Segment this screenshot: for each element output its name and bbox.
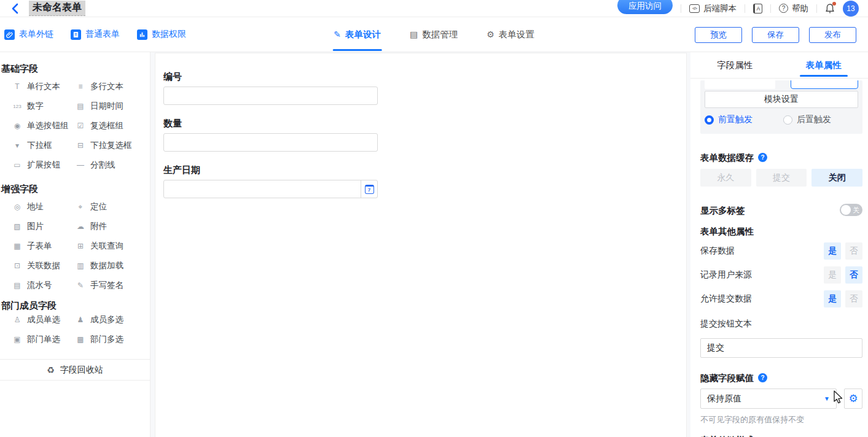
field-item-serial-number[interactable]: ▤流水号 bbox=[0, 276, 63, 295]
data-permission-button[interactable]: 数据权限 bbox=[137, 29, 186, 40]
cache-option-permanent[interactable]: 永久 bbox=[700, 169, 751, 187]
field-item-linked-data[interactable]: ⊡关联数据 bbox=[0, 256, 63, 276]
date-input-group[interactable]: 7 bbox=[163, 180, 378, 198]
contacts-button[interactable]: A bbox=[753, 4, 762, 14]
field-item-extend-button[interactable]: ▭扩展按钮 bbox=[0, 155, 63, 175]
module-settings-block: 模块设置 前置触发 后置触发 bbox=[700, 80, 862, 134]
clipped-input[interactable] bbox=[705, 80, 775, 89]
trigger-radio-group: 前置触发 后置触发 bbox=[705, 114, 858, 125]
help-circle-icon[interactable]: ? bbox=[758, 153, 767, 162]
center-tabs: ✎ 表单设计 ▤ 数据管理 ⚙ 表单设置 bbox=[334, 17, 534, 52]
radio-post-trigger[interactable] bbox=[783, 115, 792, 125]
canvas-field-production-date[interactable]: 生产日期 7 bbox=[163, 164, 686, 198]
number-field-input[interactable] bbox=[163, 87, 378, 105]
field-item-data-load[interactable]: ▥数据加载 bbox=[63, 256, 150, 276]
post-trigger-label[interactable]: 后置触发 bbox=[797, 114, 831, 125]
other-props-header: 表单其他属性 bbox=[700, 226, 862, 236]
field-item-member-multi[interactable]: ♟成员多选 bbox=[63, 310, 150, 330]
field-item-divider[interactable]: —分割线 bbox=[63, 155, 150, 175]
backend-script-button[interactable]: </> 后端脚本 bbox=[689, 3, 737, 14]
tab-form-design[interactable]: ✎ 表单设计 bbox=[334, 17, 381, 52]
allow-submit-yes-button[interactable]: 是 bbox=[824, 290, 841, 307]
back-button[interactable] bbox=[9, 2, 21, 15]
tab-form-settings[interactable]: ⚙ 表单设置 bbox=[487, 17, 534, 52]
field-item-department-multi[interactable]: ▩部门多选 bbox=[63, 330, 150, 349]
calendar-icon: 7 bbox=[365, 185, 374, 194]
form-title[interactable]: 未命名表单 bbox=[29, 1, 85, 16]
field-item-label: 定位 bbox=[90, 201, 107, 212]
save-data-yes-button[interactable]: 是 bbox=[824, 242, 841, 260]
field-item-signature[interactable]: ✎手写签名 bbox=[63, 276, 150, 295]
form-canvas[interactable]: 编号 数量 生产日期 7 bbox=[155, 53, 687, 437]
help-circle-icon[interactable]: ? bbox=[758, 373, 767, 382]
tab-data-management-label: 数据管理 bbox=[422, 29, 458, 41]
tab-data-management[interactable]: ▤ 数据管理 bbox=[410, 17, 458, 52]
field-item-linked-query[interactable]: ⊞关联查询 bbox=[63, 236, 150, 256]
field-item-datetime[interactable]: ▤日期时间 bbox=[63, 96, 150, 116]
field-item-attachment[interactable]: ☁附件 bbox=[63, 217, 150, 236]
field-item-subform[interactable]: ▦子表单 bbox=[0, 236, 63, 256]
toggle-knob bbox=[841, 205, 851, 215]
panel-body: 模块设置 前置触发 后置触发 表单数据缓存 ? 永久 提交 关闭 显示多标 bbox=[690, 80, 868, 437]
checkbox-icon: ☑ bbox=[76, 122, 85, 130]
publish-button[interactable]: 发布 bbox=[809, 27, 856, 43]
field-item-number[interactable]: 123数字 bbox=[0, 96, 63, 116]
field-item-multi-line-text[interactable]: ≡多行文本 bbox=[63, 77, 150, 96]
field-item-single-line-text[interactable]: T单行文本 bbox=[0, 77, 63, 96]
active-panel-tab-underline bbox=[800, 75, 848, 77]
canvas-field-quantity[interactable]: 数量 bbox=[163, 118, 686, 152]
save-data-row: 保存数据 是 否 bbox=[700, 242, 862, 260]
hidden-assign-select[interactable]: 保持原值 ▼ bbox=[700, 389, 837, 409]
record-user-source-no-button[interactable]: 否 bbox=[845, 266, 862, 284]
location-pin-icon: ◎ bbox=[12, 203, 22, 211]
field-recycle-bin-button[interactable]: ♻ 字段回收站 bbox=[0, 359, 150, 381]
module-settings-button[interactable]: 模块设置 bbox=[705, 91, 858, 108]
active-tab-underline bbox=[332, 49, 382, 51]
preview-button[interactable]: 预览 bbox=[695, 27, 742, 43]
save-button[interactable]: 保存 bbox=[752, 27, 799, 43]
cache-option-close[interactable]: 关闭 bbox=[811, 169, 862, 187]
tab-form-properties[interactable]: 表单属性 bbox=[780, 52, 868, 78]
clipped-button[interactable] bbox=[791, 80, 858, 89]
allow-submit-no-button[interactable]: 否 bbox=[845, 290, 862, 307]
multitab-toggle[interactable]: 关 bbox=[840, 204, 862, 216]
app-access-button[interactable]: 应用访问 bbox=[617, 0, 673, 14]
hidden-assign-settings-button[interactable]: ⚙ bbox=[844, 389, 862, 409]
field-item-geolocation[interactable]: ⌖定位 bbox=[63, 197, 150, 217]
save-data-no-button[interactable]: 否 bbox=[845, 242, 862, 260]
radio-pre-trigger[interactable] bbox=[705, 115, 714, 125]
field-item-department-single[interactable]: ▣部门单选 bbox=[0, 330, 63, 349]
submit-text-input[interactable] bbox=[700, 338, 862, 358]
field-item-image[interactable]: ▧图片 bbox=[0, 217, 63, 236]
production-date-input[interactable] bbox=[164, 180, 361, 198]
field-item-dropdown-multi[interactable]: ⊟下拉复选框 bbox=[63, 136, 150, 155]
hidden-assign-label-row: 隐藏字段赋值 ? bbox=[700, 373, 862, 382]
record-user-source-yes-button[interactable]: 是 bbox=[824, 266, 841, 284]
field-item-radio-group[interactable]: ◉单选按钮组 bbox=[0, 116, 63, 136]
field-item-dropdown[interactable]: ▾下拉框 bbox=[0, 136, 63, 155]
avatar[interactable]: 13 bbox=[843, 1, 859, 17]
panel-tabs: 字段属性 表单属性 bbox=[690, 52, 868, 79]
paperclip-icon bbox=[4, 29, 15, 40]
cache-option-submit[interactable]: 提交 bbox=[756, 169, 807, 187]
link-icon: ⊡ bbox=[12, 261, 22, 270]
date-picker-button[interactable]: 7 bbox=[361, 180, 377, 198]
divider bbox=[745, 4, 745, 13]
crosshair-icon: ⌖ bbox=[76, 203, 85, 211]
pre-trigger-label[interactable]: 前置触发 bbox=[718, 114, 753, 125]
notifications-button[interactable] bbox=[825, 3, 835, 14]
tab-field-properties[interactable]: 字段属性 bbox=[690, 52, 780, 78]
multitab-row: 显示多标签 关 bbox=[700, 204, 862, 216]
canvas-field-number[interactable]: 编号 bbox=[163, 71, 686, 105]
help-button[interactable]: ? 帮助 bbox=[779, 3, 808, 14]
field-item-address[interactable]: ◎地址 bbox=[0, 197, 63, 217]
form-external-link-button[interactable]: 表单外链 bbox=[4, 29, 53, 40]
contacts-icon: A bbox=[753, 4, 762, 14]
field-item-checkbox-group[interactable]: ☑复选框组 bbox=[63, 116, 150, 136]
normal-form-label: 普通表单 bbox=[85, 29, 120, 40]
normal-form-button[interactable]: 普通表单 bbox=[71, 29, 120, 40]
field-item-member-single[interactable]: ♙成员单选 bbox=[0, 310, 63, 330]
quantity-field-input[interactable] bbox=[163, 133, 378, 152]
hidden-assign-row: 保持原值 ▼ ⚙ bbox=[700, 389, 862, 409]
field-item-label: 手写签名 bbox=[90, 280, 123, 291]
